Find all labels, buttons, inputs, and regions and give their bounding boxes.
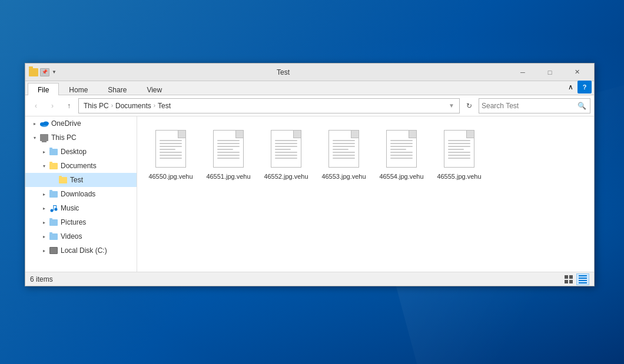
titlebar-icons: 📌 ▼: [29, 68, 57, 76]
downloads-folder-icon: [49, 189, 58, 199]
window-controls: ─ □ ✕: [509, 64, 590, 81]
close-button[interactable]: ✕: [563, 64, 590, 81]
svg-rect-11: [569, 280, 573, 283]
sidebar-label-videos: Videos: [61, 232, 82, 241]
file-icon-f2: [211, 128, 246, 170]
back-button[interactable]: ‹: [29, 99, 43, 113]
view-grid-button[interactable]: [562, 273, 575, 285]
ribbon-expand-icon[interactable]: ∧: [563, 81, 577, 93]
address-dropdown-arrow[interactable]: ▼: [449, 102, 454, 109]
explorer-window: 📌 ▼ Test ─ □ ✕ File Home Share View ∧ ? …: [25, 63, 595, 286]
documents-folder-icon: [49, 161, 58, 171]
up-button[interactable]: ↑: [62, 99, 76, 113]
file-item-f2[interactable]: 46551.jpg.vehu: [202, 123, 255, 185]
svg-rect-14: [579, 280, 587, 281]
tab-file[interactable]: File: [28, 83, 59, 95]
svg-rect-13: [579, 278, 587, 279]
search-input[interactable]: [482, 102, 576, 110]
help-button[interactable]: ?: [577, 81, 592, 93]
file-item-f3[interactable]: 46552.jpg.vehu: [260, 123, 313, 185]
sidebar-item-videos[interactable]: Videos: [25, 229, 137, 243]
sidebar-item-thispc[interactable]: This PC: [25, 131, 137, 145]
sidebar-label-localdisk: Local Disk (C:): [61, 246, 107, 255]
view-list-button[interactable]: [576, 273, 589, 285]
expand-arrow-onedrive[interactable]: [30, 119, 39, 128]
item-count: 6 items: [30, 275, 53, 283]
crumb-sep-2: ›: [154, 102, 155, 109]
file-name-f3: 46552.jpg.vehu: [264, 172, 308, 181]
sidebar-label-thispc: This PC: [51, 133, 77, 142]
tab-home[interactable]: Home: [59, 83, 98, 95]
expand-arrow-videos[interactable]: [39, 232, 49, 241]
sidebar-item-music[interactable]: Music: [25, 201, 137, 215]
ribbon-tabs: File Home Share View ∧ ?: [25, 81, 594, 95]
view-controls: [562, 273, 589, 285]
titlebar: 📌 ▼ Test ─ □ ✕: [25, 64, 594, 81]
disk-icon: [49, 246, 58, 255]
file-item-f1[interactable]: 46550.jpg.vehu: [144, 123, 197, 185]
sidebar-label-desktop: Desktop: [61, 148, 87, 156]
svg-rect-8: [565, 275, 568, 279]
svg-rect-7: [56, 205, 57, 210]
file-name-f4: 46553.jpg.vehu: [321, 172, 366, 181]
file-area: 46550.jpg.vehu46551.jpg.vehu46552.jpg.ve…: [137, 116, 594, 272]
titlebar-pin-icon[interactable]: 📌: [40, 68, 49, 76]
sidebar-item-pictures[interactable]: Pictures: [25, 215, 137, 229]
svg-rect-10: [565, 280, 568, 283]
file-item-f6[interactable]: 46555.jpg.vehu: [433, 123, 486, 185]
address-bar-row: ‹ › ↑ This PC › Documents › Test ▼ ↻ 🔍: [25, 95, 594, 116]
sidebar-item-test[interactable]: Test: [25, 173, 137, 187]
file-name-f1: 46550.jpg.vehu: [148, 172, 192, 181]
file-icon-f5: [384, 128, 419, 170]
tab-view[interactable]: View: [137, 83, 172, 95]
svg-point-3: [51, 209, 54, 212]
titlebar-dropdown-arrow[interactable]: ▼: [51, 68, 57, 76]
music-icon: [49, 203, 58, 213]
file-item-f4[interactable]: 46553.jpg.vehu: [317, 123, 370, 185]
crumb-test[interactable]: Test: [158, 102, 171, 110]
expand-arrow-music[interactable]: [39, 203, 49, 213]
crumb-sep-1: ›: [111, 102, 113, 109]
titlebar-folder-icon: [29, 68, 38, 76]
sidebar-item-onedrive[interactable]: OneDrive: [25, 116, 137, 131]
sidebar-label-pictures: Pictures: [61, 218, 86, 226]
search-box[interactable]: 🔍: [479, 98, 590, 113]
window-title: Test: [59, 68, 507, 76]
refresh-button[interactable]: ↻: [462, 99, 476, 113]
sidebar-label-test: Test: [70, 176, 83, 184]
file-name-f2: 46551.jpg.vehu: [206, 172, 250, 181]
sidebar-item-desktop[interactable]: Desktop: [25, 145, 137, 159]
pc-icon: [39, 133, 49, 142]
sidebar-item-localdisk[interactable]: Local Disk (C:): [25, 243, 137, 258]
file-item-f5[interactable]: 46554.jpg.vehu: [375, 123, 428, 185]
main-area: OneDrive This PC Desktop: [25, 116, 594, 272]
sidebar-label-onedrive: OneDrive: [51, 119, 81, 128]
address-bar[interactable]: This PC › Documents › Test ▼: [78, 98, 460, 113]
file-icon-f6: [442, 128, 477, 170]
statusbar: 6 items: [25, 272, 594, 286]
restore-button[interactable]: □: [536, 64, 563, 81]
expand-arrow-documents[interactable]: [39, 161, 49, 171]
file-name-f5: 46554.jpg.vehu: [379, 172, 423, 181]
crumb-thispc[interactable]: This PC: [84, 102, 109, 110]
desktop-folder-icon: [49, 147, 58, 156]
tab-share[interactable]: Share: [98, 83, 137, 95]
breadcrumb: This PC › Documents › Test: [84, 102, 171, 110]
expand-arrow-desktop[interactable]: [39, 147, 49, 156]
videos-folder-icon: [49, 232, 58, 241]
forward-button[interactable]: ›: [45, 99, 59, 113]
test-folder-icon: [58, 175, 68, 185]
search-icon[interactable]: 🔍: [576, 100, 588, 112]
expand-arrow-downloads[interactable]: [39, 189, 49, 199]
sidebar-item-downloads[interactable]: Downloads: [25, 187, 137, 201]
sidebar-item-documents[interactable]: Documents: [25, 159, 137, 173]
crumb-documents[interactable]: Documents: [115, 102, 151, 110]
svg-rect-9: [569, 275, 573, 279]
expand-arrow-pictures[interactable]: [39, 218, 49, 227]
svg-rect-12: [579, 275, 587, 276]
expand-arrow-localdisk[interactable]: [39, 246, 49, 255]
minimize-button[interactable]: ─: [509, 64, 536, 81]
sidebar-label-music: Music: [61, 204, 79, 212]
svg-rect-15: [579, 282, 587, 283]
expand-arrow-thispc[interactable]: [30, 133, 39, 142]
